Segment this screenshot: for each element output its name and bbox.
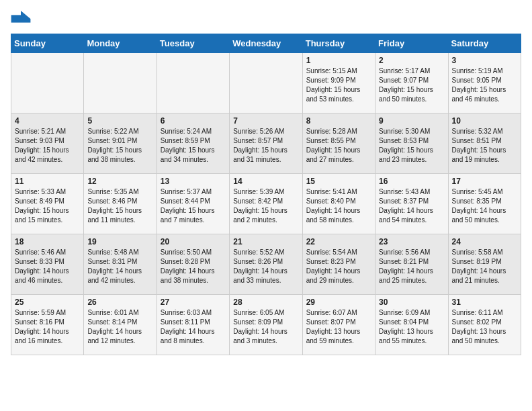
calendar-cell: 24Sunrise: 5:58 AMSunset: 8:19 PMDayligh… [448,234,521,295]
day-number: 12 [87,177,152,186]
day-number: 17 [452,177,517,186]
calendar-cell: 23Sunrise: 5:56 AMSunset: 8:21 PMDayligh… [375,234,448,295]
cell-content: Sunrise: 5:50 AMSunset: 8:28 PMDaylight:… [161,248,226,285]
calendar-cell: 29Sunrise: 6:07 AMSunset: 8:07 PMDayligh… [302,295,375,355]
day-number: 1 [306,56,371,65]
cell-content: Sunrise: 5:21 AMSunset: 9:03 PMDaylight:… [15,127,80,165]
calendar-cell: 31Sunrise: 6:11 AMSunset: 8:02 PMDayligh… [448,295,521,355]
calendar-cell: 6Sunrise: 5:24 AMSunset: 8:59 PMDaylight… [157,113,229,174]
cell-content: Sunrise: 5:52 AMSunset: 8:26 PMDaylight:… [233,248,298,285]
calendar-week-row: 25Sunrise: 5:59 AMSunset: 8:16 PMDayligh… [11,295,521,355]
day-number: 30 [379,298,444,307]
cell-content: Sunrise: 5:24 AMSunset: 8:59 PMDaylight:… [161,127,226,165]
calendar-cell: 19Sunrise: 5:48 AMSunset: 8:31 PMDayligh… [84,234,157,295]
day-number: 4 [15,116,80,126]
calendar-cell: 1Sunrise: 5:15 AMSunset: 9:09 PMDaylight… [302,53,375,113]
cell-content: Sunrise: 5:41 AMSunset: 8:40 PMDaylight:… [306,187,371,225]
cell-content: Sunrise: 6:07 AMSunset: 8:07 PMDaylight:… [306,308,371,346]
calendar-table: SundayMondayTuesdayWednesdayThursdayFrid… [11,34,521,355]
day-number: 9 [379,116,444,126]
cell-content: Sunrise: 6:11 AMSunset: 8:02 PMDaylight:… [452,308,517,346]
calendar-cell [84,53,157,113]
day-number: 2 [379,56,444,65]
day-number: 25 [15,298,80,307]
calendar-cell: 11Sunrise: 5:33 AMSunset: 8:49 PMDayligh… [11,174,84,234]
calendar-cell [11,53,84,113]
cell-content: Sunrise: 5:43 AMSunset: 8:37 PMDaylight:… [379,187,444,225]
calendar-cell: 18Sunrise: 5:46 AMSunset: 8:33 PMDayligh… [11,234,84,295]
calendar-cell: 26Sunrise: 6:01 AMSunset: 8:14 PMDayligh… [84,295,157,355]
calendar-cell: 20Sunrise: 5:50 AMSunset: 8:28 PMDayligh… [157,234,229,295]
cell-content: Sunrise: 5:58 AMSunset: 8:19 PMDaylight:… [452,248,517,285]
calendar-week-row: 18Sunrise: 5:46 AMSunset: 8:33 PMDayligh… [11,234,521,295]
page-header [11,11,521,27]
calendar-cell: 21Sunrise: 5:52 AMSunset: 8:26 PMDayligh… [230,234,302,295]
calendar-header-row: SundayMondayTuesdayWednesdayThursdayFrid… [11,34,521,53]
cell-content: Sunrise: 5:19 AMSunset: 9:05 PMDaylight:… [452,66,517,104]
calendar-cell: 13Sunrise: 5:37 AMSunset: 8:44 PMDayligh… [157,174,229,234]
cell-content: Sunrise: 5:15 AMSunset: 9:09 PMDaylight:… [306,66,371,104]
day-number: 16 [379,177,444,186]
svg-rect-0 [11,15,21,22]
calendar-cell: 8Sunrise: 5:28 AMSunset: 8:55 PMDaylight… [302,113,375,174]
cell-content: Sunrise: 6:05 AMSunset: 8:09 PMDaylight:… [233,308,298,346]
cell-content: Sunrise: 5:54 AMSunset: 8:23 PMDaylight:… [306,248,371,285]
calendar-week-row: 4Sunrise: 5:21 AMSunset: 9:03 PMDaylight… [11,113,521,174]
cell-content: Sunrise: 6:09 AMSunset: 8:04 PMDaylight:… [379,308,444,346]
cell-content: Sunrise: 5:28 AMSunset: 8:55 PMDaylight:… [306,127,371,165]
column-header-monday: Monday [84,34,157,53]
cell-content: Sunrise: 5:48 AMSunset: 8:31 PMDaylight:… [87,248,152,285]
day-number: 3 [452,56,517,65]
calendar-cell: 3Sunrise: 5:19 AMSunset: 9:05 PMDaylight… [448,53,521,113]
calendar-cell [230,53,302,113]
day-number: 6 [161,116,226,126]
cell-content: Sunrise: 5:33 AMSunset: 8:49 PMDaylight:… [15,187,80,225]
cell-content: Sunrise: 5:32 AMSunset: 8:51 PMDaylight:… [452,127,517,165]
cell-content: Sunrise: 5:59 AMSunset: 8:16 PMDaylight:… [15,308,80,346]
logo-icon [11,11,31,27]
svg-marker-1 [21,11,30,19]
column-header-wednesday: Wednesday [230,34,302,53]
calendar-cell: 30Sunrise: 6:09 AMSunset: 8:04 PMDayligh… [375,295,448,355]
cell-content: Sunrise: 5:39 AMSunset: 8:42 PMDaylight:… [233,187,298,225]
calendar-week-row: 11Sunrise: 5:33 AMSunset: 8:49 PMDayligh… [11,174,521,234]
day-number: 31 [452,298,517,307]
calendar-week-row: 1Sunrise: 5:15 AMSunset: 9:09 PMDaylight… [11,53,521,113]
column-header-friday: Friday [375,34,448,53]
column-header-sunday: Sunday [11,34,84,53]
day-number: 20 [161,237,226,246]
column-header-tuesday: Tuesday [157,34,229,53]
calendar-cell [157,53,229,113]
day-number: 26 [87,298,152,307]
cell-content: Sunrise: 5:22 AMSunset: 9:01 PMDaylight:… [87,127,152,165]
column-header-thursday: Thursday [302,34,375,53]
day-number: 27 [161,298,226,307]
cell-content: Sunrise: 5:56 AMSunset: 8:21 PMDaylight:… [379,248,444,285]
cell-content: Sunrise: 5:37 AMSunset: 8:44 PMDaylight:… [161,187,226,225]
day-number: 21 [233,237,298,246]
day-number: 23 [379,237,444,246]
cell-content: Sunrise: 5:30 AMSunset: 8:53 PMDaylight:… [379,127,444,165]
cell-content: Sunrise: 6:03 AMSunset: 8:11 PMDaylight:… [161,308,226,346]
day-number: 28 [233,298,298,307]
calendar-cell: 4Sunrise: 5:21 AMSunset: 9:03 PMDaylight… [11,113,84,174]
day-number: 19 [87,237,152,246]
calendar-cell: 16Sunrise: 5:43 AMSunset: 8:37 PMDayligh… [375,174,448,234]
calendar-cell: 5Sunrise: 5:22 AMSunset: 9:01 PMDaylight… [84,113,157,174]
logo [11,11,34,27]
day-number: 14 [233,177,298,186]
day-number: 24 [452,237,517,246]
cell-content: Sunrise: 5:35 AMSunset: 8:46 PMDaylight:… [87,187,152,225]
calendar-cell: 15Sunrise: 5:41 AMSunset: 8:40 PMDayligh… [302,174,375,234]
calendar-cell: 2Sunrise: 5:17 AMSunset: 9:07 PMDaylight… [375,53,448,113]
cell-content: Sunrise: 5:17 AMSunset: 9:07 PMDaylight:… [379,66,444,104]
day-number: 7 [233,116,298,126]
cell-content: Sunrise: 6:01 AMSunset: 8:14 PMDaylight:… [87,308,152,346]
calendar-cell: 7Sunrise: 5:26 AMSunset: 8:57 PMDaylight… [230,113,302,174]
day-number: 5 [87,116,152,126]
day-number: 8 [306,116,371,126]
svg-rect-2 [21,19,30,23]
day-number: 18 [15,237,80,246]
column-header-saturday: Saturday [448,34,521,53]
day-number: 29 [306,298,371,307]
